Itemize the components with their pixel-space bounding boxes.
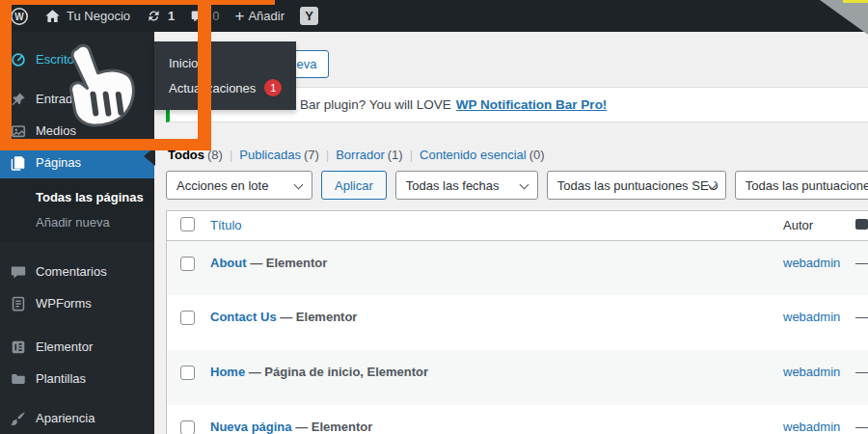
chevron-down-icon bbox=[519, 180, 529, 190]
sidebar-label: WPForms bbox=[36, 296, 92, 311]
add-new-label: Añadir bbox=[248, 9, 285, 23]
paintbrush-icon bbox=[10, 410, 27, 427]
notice-link[interactable]: WP Notification Bar Pro! bbox=[456, 97, 608, 112]
extra-cell: — bbox=[855, 256, 868, 270]
wordpress-logo-icon[interactable]: W bbox=[10, 7, 29, 26]
column-header-titulo[interactable]: Título bbox=[210, 211, 783, 240]
extra-cell: — bbox=[855, 310, 868, 324]
yoast-menu[interactable]: Y bbox=[300, 7, 318, 25]
table-row: Home — Página de inicio, Elementor webad… bbox=[167, 350, 868, 405]
filter-separator: | bbox=[410, 148, 413, 162]
filter-separator: | bbox=[230, 148, 232, 162]
author-link[interactable]: webadmin bbox=[783, 310, 840, 324]
submenu-label: Todas las páginas bbox=[36, 190, 144, 204]
seo-score-filter-select[interactable]: Todas las puntuaciones SEO bbox=[547, 171, 726, 200]
hand-cursor bbox=[46, 35, 149, 147]
svg-text:W: W bbox=[14, 11, 24, 21]
table-row: Contact Us — Elementor webadmin — bbox=[167, 295, 868, 350]
site-menu[interactable]: Tu Negocio bbox=[44, 8, 130, 24]
home-icon bbox=[44, 8, 61, 24]
page-title-link[interactable]: About bbox=[210, 256, 247, 270]
sidebar-item-paginas[interactable]: Páginas bbox=[0, 147, 154, 178]
row-checkbox[interactable] bbox=[180, 366, 195, 380]
update-count-badge: 1 bbox=[264, 79, 282, 96]
yoast-icon: Y bbox=[300, 7, 318, 25]
author-link[interactable]: webadmin bbox=[783, 365, 840, 379]
apply-button[interactable]: Aplicar bbox=[321, 171, 387, 200]
corner-artifact-yellow bbox=[843, 0, 868, 3]
page-title-link[interactable]: Contact Us bbox=[210, 310, 277, 324]
elementor-icon bbox=[10, 339, 27, 356]
add-new-menu[interactable]: + Añadir bbox=[234, 8, 285, 24]
form-icon bbox=[10, 295, 27, 312]
readability-filter-select[interactable]: Todas las puntuaciones d bbox=[735, 171, 868, 200]
flyout-item-inicio[interactable]: Inicio bbox=[154, 50, 296, 75]
media-icon bbox=[10, 122, 27, 140]
update-icon bbox=[146, 8, 162, 24]
row-checkbox[interactable] bbox=[180, 311, 195, 325]
page-meta: — Elementor bbox=[280, 310, 357, 324]
highlight-rectangle-bottom bbox=[0, 139, 211, 150]
pages-table: Título Autor About — Elementor webadmin … bbox=[166, 210, 868, 434]
sidebar-label: Plantillas bbox=[36, 371, 86, 386]
pin-icon bbox=[10, 91, 27, 108]
submenu-item-anadir-nueva[interactable]: Añadir nueva bbox=[0, 209, 154, 234]
submenu-item-todas-las-paginas[interactable]: Todas las páginas bbox=[0, 184, 154, 209]
filter-contenido-esencial[interactable]: Contenido esencial(0) bbox=[420, 148, 544, 162]
filter-publicadas[interactable]: Publicadas(7) bbox=[239, 148, 319, 162]
post-status-filters: Todos(8) | Publicadas(7) | Borrador(1) |… bbox=[168, 148, 545, 162]
pages-submenu: Todas las páginas Añadir nueva bbox=[0, 178, 154, 242]
sidebar-label: Elementor bbox=[36, 339, 93, 354]
flyout-item-actualizaciones[interactable]: Actualizaciones 1 bbox=[154, 75, 296, 100]
escritorio-flyout-menu: Inicio Actualizaciones 1 bbox=[154, 41, 296, 110]
author-link[interactable]: webadmin bbox=[783, 420, 840, 434]
page-meta: — Elementor bbox=[295, 420, 372, 434]
site-name: Tu Negocio bbox=[67, 9, 130, 23]
comments-column-icon bbox=[855, 219, 868, 230]
pages-icon bbox=[10, 154, 27, 172]
sidebar-item-plantillas[interactable]: Plantillas bbox=[0, 363, 154, 394]
submenu-label: Añadir nueva bbox=[36, 215, 110, 230]
filter-borrador[interactable]: Borrador(1) bbox=[336, 148, 402, 162]
comment-count: 0 bbox=[212, 9, 219, 23]
sidebar-item-apariencia[interactable]: Apariencia bbox=[0, 402, 154, 434]
list-controls: Acciones en lote Aplicar Todas las fecha… bbox=[166, 171, 868, 200]
highlight-rectangle-right bbox=[198, 0, 211, 150]
comments-icon bbox=[10, 263, 27, 281]
table-row: About — Elementor webadmin — bbox=[167, 240, 868, 295]
bulk-actions-select[interactable]: Acciones en lote bbox=[166, 171, 312, 200]
folder-icon bbox=[10, 370, 27, 388]
sidebar-label: Páginas bbox=[36, 155, 81, 170]
highlight-rectangle-left bbox=[0, 0, 12, 150]
column-header-autor: Autor bbox=[783, 211, 855, 240]
updates-menu[interactable]: 1 bbox=[146, 8, 175, 24]
update-count: 1 bbox=[168, 9, 175, 23]
sidebar-item-comentarios[interactable]: Comentarios bbox=[0, 256, 154, 287]
page-title-link[interactable]: Home bbox=[210, 365, 245, 379]
row-checkbox[interactable] bbox=[180, 420, 195, 434]
notice-text: Bar plugin? You will LOVE bbox=[300, 97, 451, 112]
sidebar-label: Comentarios bbox=[36, 264, 107, 279]
sidebar-item-wpforms[interactable]: WPForms bbox=[0, 287, 154, 319]
chevron-down-icon bbox=[294, 180, 304, 190]
dates-filter-select[interactable]: Todas las fechas bbox=[395, 171, 538, 200]
sidebar-item-elementor[interactable]: Elementor bbox=[0, 331, 154, 363]
select-all-checkbox[interactable] bbox=[180, 217, 195, 231]
author-link[interactable]: webadmin bbox=[783, 256, 840, 270]
row-checkbox[interactable] bbox=[180, 257, 195, 271]
highlight-rectangle-top bbox=[0, 0, 275, 5]
dashboard-icon bbox=[10, 51, 27, 68]
table-header-row: Título Autor bbox=[167, 211, 868, 240]
extra-cell: — bbox=[855, 365, 868, 379]
sidebar-label: Apariencia bbox=[36, 411, 95, 425]
corner-artifact-gray bbox=[820, 0, 868, 35]
table-row: Nueva página — Elementor webadmin — bbox=[167, 405, 868, 434]
filter-separator: | bbox=[326, 148, 329, 162]
page-meta: — Elementor bbox=[250, 256, 327, 270]
extra-cell: — bbox=[855, 420, 868, 434]
page-meta: — Página de inicio, Elementor bbox=[249, 365, 428, 379]
plus-icon: + bbox=[234, 8, 244, 24]
page-title-link[interactable]: Nueva página bbox=[210, 420, 292, 434]
